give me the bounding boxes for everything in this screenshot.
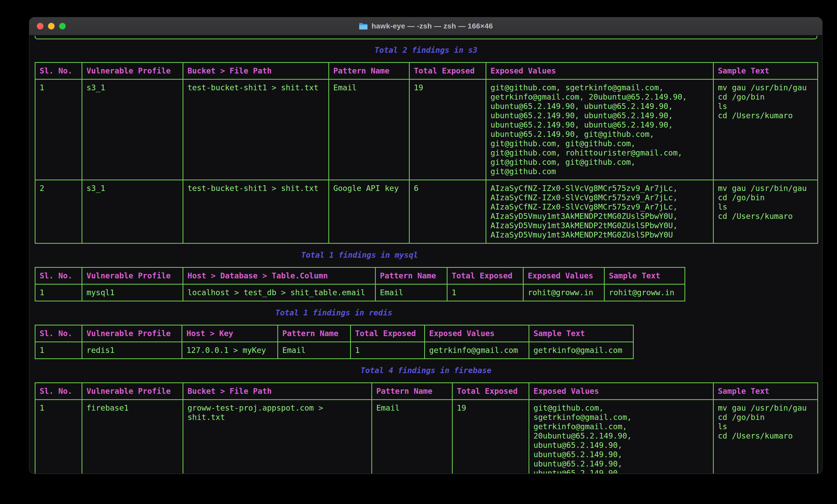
table-cell: getrkinfo@gmail.com [425, 342, 529, 359]
table-row: 2s3_1test-bucket-shit1 > shit.txtGoogle … [35, 180, 818, 243]
table-cell: s3_1 [82, 180, 183, 243]
column-header: Total Exposed [447, 267, 523, 284]
column-header: Exposed Values [486, 62, 713, 79]
folder-icon [359, 22, 368, 30]
column-header: Sl. No. [35, 267, 82, 284]
section-heading-mysql: Total 1 findings in mysql [35, 250, 684, 260]
findings-table-s3: Sl. No.Vulnerable ProfileBucket > File P… [35, 62, 818, 244]
table-cell: 19 [409, 79, 486, 180]
findings-section-firebase: Total 4 findings in firebaseSl. No.Vulne… [35, 366, 822, 473]
section-heading-s3: Total 2 findings in s3 [35, 45, 817, 55]
table-cell: AIzaSyCfNZ-IZx0-SlVcVg8MCr575zv9_Ar7jLc,… [486, 180, 713, 243]
table-cell: 1 [447, 284, 523, 301]
column-header: Vulnerable Profile [82, 383, 183, 400]
column-header: Pattern Name [278, 325, 351, 342]
column-header: Exposed Values [425, 325, 529, 342]
table-header-row: Sl. No.Vulnerable ProfileBucket > File P… [35, 62, 818, 79]
column-header: Exposed Values [523, 267, 604, 284]
column-header: Sample Text [713, 62, 818, 79]
table-cell: 6 [409, 180, 486, 243]
column-header: Pattern Name [329, 62, 409, 79]
minimize-button[interactable] [48, 23, 55, 30]
table-cell: 19 [452, 400, 529, 474]
zoom-button[interactable] [59, 23, 66, 30]
table-cell: mv gau /usr/bin/gau cd /go/bin ls cd /Us… [713, 400, 818, 474]
table-cell: 2 [35, 180, 82, 243]
table-header-row: Sl. No.Vulnerable ProfileHost > KeyPatte… [35, 325, 634, 342]
findings-section-redis: Total 1 findings in redisSl. No.Vulnerab… [35, 308, 822, 359]
column-header: Bucket > File Path [183, 62, 329, 79]
findings-table-firebase: Sl. No.Vulnerable ProfileBucket > File P… [35, 382, 818, 473]
table-cell: rohit@groww.in [523, 284, 604, 301]
table-cell: mysql1 [82, 284, 183, 301]
table-cell: groww-test-proj.appspot.com > shit.txt [183, 400, 372, 474]
table-cell: git@github.com, sgetrkinfo@gmail.com, ge… [486, 79, 713, 180]
column-header: Pattern Name [372, 383, 452, 400]
findings-section-s3: Total 2 findings in s3Sl. No.Vulnerable … [35, 45, 822, 244]
column-header: Total Exposed [409, 62, 486, 79]
table-cell: Google API key [329, 180, 409, 243]
close-button[interactable] [37, 23, 43, 30]
table-header-row: Sl. No.Vulnerable ProfileHost > Database… [35, 267, 685, 284]
column-header: Vulnerable Profile [82, 267, 183, 284]
table-cell: 1 [351, 342, 425, 359]
table-row: 1s3_1test-bucket-shit1 > shit.txtEmail19… [35, 79, 818, 180]
table-cell: 1 [35, 79, 82, 180]
column-header: Host > Database > Table.Column [183, 267, 375, 284]
findings-section-mysql: Total 1 findings in mysqlSl. No.Vulnerab… [35, 250, 822, 301]
table-cell: test-bucket-shit1 > shit.txt [183, 79, 329, 180]
table-cell: s3_1 [82, 79, 183, 180]
section-heading-firebase: Total 4 findings in firebase [35, 366, 817, 375]
window-titlebar[interactable]: hawk-eye — -zsh — zsh — 166×46 [29, 17, 822, 36]
column-header: Exposed Values [529, 383, 713, 400]
column-header: Sl. No. [35, 383, 82, 400]
column-header: Total Exposed [452, 383, 529, 400]
previous-table-bottom-border [35, 36, 817, 39]
findings-table-redis: Sl. No.Vulnerable ProfileHost > KeyPatte… [35, 325, 634, 359]
column-header: Bucket > File Path [183, 383, 372, 400]
table-cell: rohit@groww.in [604, 284, 685, 301]
table-cell: localhost > test_db > shit_table.email [183, 284, 375, 301]
column-header: Total Exposed [351, 325, 425, 342]
table-cell: test-bucket-shit1 > shit.txt [183, 180, 329, 243]
table-cell: 1 [35, 284, 82, 301]
table-cell: 1 [35, 342, 82, 359]
terminal-window: hawk-eye — -zsh — zsh — 166×46 Total 2 f… [29, 17, 822, 474]
table-cell: mv gau /usr/bin/gau cd /go/bin ls cd /Us… [713, 180, 818, 243]
column-header: Sl. No. [35, 325, 82, 342]
findings-sections: Total 2 findings in s3Sl. No.Vulnerable … [35, 45, 822, 473]
table-cell: mv gau /usr/bin/gau cd /go/bin ls cd /Us… [713, 79, 818, 180]
column-header: Sl. No. [35, 62, 82, 79]
table-row: 1redis1127.0.0.1 > myKeyEmail1getrkinfo@… [35, 342, 634, 359]
section-heading-redis: Total 1 findings in redis [35, 308, 633, 317]
table-cell: 127.0.0.1 > myKey [182, 342, 278, 359]
traffic-lights [37, 17, 66, 35]
table-cell: Email [329, 79, 409, 180]
column-header: Pattern Name [375, 267, 447, 284]
table-header-row: Sl. No.Vulnerable ProfileBucket > File P… [35, 383, 818, 400]
table-cell: redis1 [82, 342, 182, 359]
column-header: Sample Text [713, 383, 818, 400]
table-cell: 1 [35, 400, 82, 474]
table-row: 1firebase1groww-test-proj.appspot.com > … [35, 400, 818, 474]
table-cell: git@github.com, sgetrkinfo@gmail.com, ge… [529, 400, 713, 474]
table-cell: Email [372, 400, 452, 474]
table-cell: firebase1 [82, 400, 183, 474]
window-title: hawk-eye — -zsh — zsh — 166×46 [372, 22, 493, 30]
terminal-content: Total 2 findings in s3Sl. No.Vulnerable … [29, 36, 822, 473]
column-header: Vulnerable Profile [82, 62, 183, 79]
column-header: Sample Text [529, 325, 634, 342]
table-cell: Email [278, 342, 351, 359]
table-cell: Email [375, 284, 447, 301]
column-header: Host > Key [182, 325, 278, 342]
column-header: Sample Text [604, 267, 685, 284]
findings-table-mysql: Sl. No.Vulnerable ProfileHost > Database… [35, 267, 685, 301]
table-cell: getrkinfo@gmail.com [529, 342, 634, 359]
window-title-group: hawk-eye — -zsh — zsh — 166×46 [359, 22, 493, 30]
table-row: 1mysql1localhost > test_db > shit_table.… [35, 284, 685, 301]
column-header: Vulnerable Profile [82, 325, 182, 342]
